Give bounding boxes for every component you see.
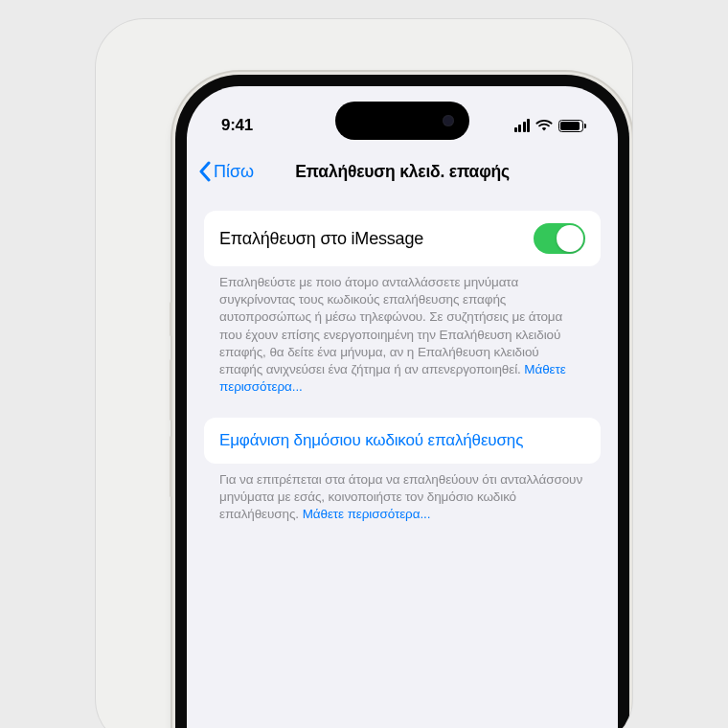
show-public-code-button[interactable]: Εμφάνιση δημόσιου κωδικού επαλήθευσης	[204, 418, 601, 464]
back-label: Πίσω	[214, 162, 254, 182]
section2-description: Για να επιτρέπεται στα άτομα να επαληθεύ…	[204, 464, 601, 545]
device-mockup-container: 9:41	[96, 19, 632, 728]
toggle-knob	[557, 225, 583, 252]
settings-content: Επαλήθευση στο iMessage Επαληθεύστε με π…	[187, 211, 618, 728]
imessage-verification-label: Επαλήθευση στο iMessage	[219, 229, 423, 249]
volume-down-button	[170, 436, 172, 497]
nav-bar: Πίσω Επαλήθευση κλειδ. επαφής	[187, 148, 618, 195]
phone-frame: 9:41	[172, 72, 632, 728]
section1-desc-text: Επαληθεύστε με ποιο άτομο ανταλλάσσετε μ…	[219, 275, 562, 376]
status-icons	[514, 119, 584, 132]
phone-bezel: 9:41	[175, 75, 629, 728]
camera-dot	[443, 115, 454, 126]
screen: 9:41	[187, 86, 618, 728]
cellular-icon	[514, 119, 531, 132]
battery-icon	[558, 120, 583, 132]
chevron-left-icon	[198, 161, 212, 182]
page-title: Επαλήθευση κλειδ. επαφής	[295, 162, 510, 182]
learn-more-link-2[interactable]: Μάθετε περισσότερα...	[303, 507, 431, 521]
show-public-code-label: Εμφάνιση δημόσιου κωδικού επαλήθευσης	[219, 431, 523, 449]
imessage-verification-toggle[interactable]	[534, 223, 585, 254]
section1-description: Επαληθεύστε με ποιο άτομο ανταλλάσσετε μ…	[204, 266, 601, 418]
volume-up-button	[170, 359, 172, 421]
back-button[interactable]: Πίσω	[194, 157, 258, 186]
dynamic-island	[335, 102, 469, 140]
status-time: 9:41	[221, 116, 253, 135]
imessage-verification-cell[interactable]: Επαλήθευση στο iMessage	[204, 211, 601, 266]
wifi-icon	[535, 119, 553, 132]
side-button	[170, 302, 172, 336]
